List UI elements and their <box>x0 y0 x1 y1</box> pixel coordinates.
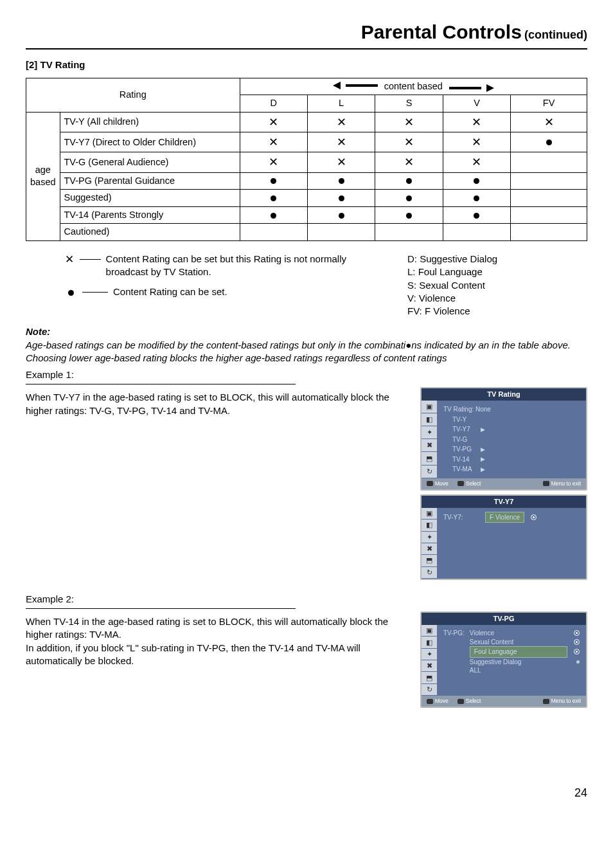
legend-connector-line <box>82 292 108 293</box>
rating-label: Cautioned) <box>60 224 240 241</box>
example1-label: Example 1: <box>26 368 587 381</box>
radio-icon <box>574 630 580 636</box>
x-mark-icon: ✕ <box>404 116 414 129</box>
rating-cell <box>511 190 587 207</box>
legend-definitions: D: Suggestive Dialog L: Foul Language S:… <box>407 253 587 318</box>
osd3-title: TV-PG <box>422 613 586 625</box>
rating-cell: ✕ <box>443 112 510 132</box>
x-mark-icon: ✕ <box>404 136 414 149</box>
osd-tab-icon: ↻ <box>422 567 437 579</box>
rating-table: Rating content based D L S V FV age base… <box>26 78 587 241</box>
page-title-main: Parental Controls <box>361 21 522 42</box>
rating-label: TV-Y7 (Direct to Older Children) <box>60 132 240 152</box>
rating-cell <box>511 132 587 152</box>
col-D: D <box>240 95 307 113</box>
rating-cell: ✕ <box>443 152 510 172</box>
col-S: S <box>375 95 443 113</box>
page-title: Parental Controls (continued) <box>26 19 587 46</box>
example2-text: When TV-14 in the age-based rating is se… <box>26 611 411 667</box>
osd-sub-item[interactable]: Sexual Content <box>470 638 580 647</box>
rating-label: TV-PG (Parental Guidance <box>60 172 240 190</box>
chevron-right-icon: ▶ <box>481 455 485 463</box>
osd-tab-icon: ▣ <box>422 625 437 637</box>
content-based-header: content based <box>240 78 587 95</box>
rating-cell: ✕ <box>307 152 375 172</box>
dot-icon <box>64 285 77 298</box>
radio-icon <box>574 639 580 645</box>
osd1-header-row: TV Rating: None <box>443 404 580 415</box>
osd-sub-item[interactable]: Foul Language <box>470 646 580 658</box>
example2-label: Example 2: <box>26 593 587 606</box>
rating-cell <box>511 152 587 172</box>
footer-menu: Menu to exit <box>543 480 581 487</box>
table-row: TV-G (General Audience)✕✕✕✕ <box>26 152 587 172</box>
note-line2: Choosing lower age-based rating blocks t… <box>26 352 587 365</box>
section-heading: [2] TV Rating <box>26 59 587 71</box>
footer-menu: Menu to exit <box>543 698 581 705</box>
chevron-right-icon: ▶ <box>481 426 485 433</box>
def-FV: FV: F Violence <box>407 305 587 318</box>
rating-cell <box>307 190 375 207</box>
rating-cell: ✕ <box>443 132 510 152</box>
osd2-title: TV-Y7 <box>422 496 586 508</box>
osd-icon-column: ▣ ◧ ✦ ✖ ⬒ ↻ <box>422 508 437 579</box>
rating-cell <box>240 206 307 224</box>
legend-dot-text: Content Rating can be set. <box>113 285 227 298</box>
x-mark-icon: ✕ <box>472 116 481 129</box>
osd-menu-item[interactable]: TV-Y <box>443 415 580 425</box>
page-title-bar: Parental Controls (continued) <box>26 19 587 50</box>
osd-tab-icon: ✖ <box>422 543 437 555</box>
table-row: age basedTV-Y (All children)✕✕✕✕✕ <box>26 112 587 132</box>
dot-icon <box>339 178 344 184</box>
dot-icon <box>474 213 479 219</box>
x-mark-icon: ✕ <box>544 116 554 129</box>
osd2-row: TV-Y7: F Violence <box>443 512 580 523</box>
rating-cell <box>443 190 510 207</box>
rating-cell: ✕ <box>511 112 587 132</box>
rating-header-cell: Rating <box>26 78 240 112</box>
rating-cell: ✕ <box>240 112 307 132</box>
osd-menu-item[interactable]: TV-MA▶ <box>443 464 580 475</box>
x-mark-icon: ✕ <box>404 156 414 168</box>
osd-menu-item[interactable]: TV-G <box>443 435 580 445</box>
osd1-title: TV Rating <box>422 388 586 401</box>
x-mark-icon: ✕ <box>472 136 481 149</box>
content-based-label: content based <box>384 81 443 91</box>
x-mark-icon: ✕ <box>269 116 278 129</box>
rating-cell <box>511 224 587 241</box>
def-L: L: Foul Language <box>407 266 587 278</box>
rating-cell: ✕ <box>240 152 307 172</box>
osd-tab-icon: ⬒ <box>422 452 437 465</box>
rating-cell: ✕ <box>240 132 307 152</box>
osd-menu-item[interactable]: TV-Y7▶ <box>443 424 580 435</box>
rating-cell <box>375 172 443 190</box>
osd-tab-icon: ✦ <box>422 426 437 439</box>
dot-icon <box>474 178 479 184</box>
rating-label: TV-Y (All children) <box>60 112 240 132</box>
osd-menu-item[interactable]: TV-14▶ <box>443 455 580 465</box>
osd-sub-item[interactable]: Suggestive Dialog <box>470 658 580 667</box>
osd-tab-icon: ▣ <box>422 401 437 413</box>
osd-icon-column: ▣ ◧ ✦ ✖ ⬒ ↻ <box>422 625 437 696</box>
rating-cell <box>307 172 375 190</box>
table-row: Cautioned) <box>26 224 587 241</box>
bullet-icon <box>576 660 580 664</box>
example2-text2: In addition, if you block "L" sub-rating… <box>26 642 360 666</box>
osd-menu-item[interactable]: TV-PG▶ <box>443 444 580 455</box>
osd-tab-icon: ✖ <box>422 439 437 452</box>
note-heading: Note: <box>26 325 587 338</box>
table-row: Suggested) <box>26 190 587 207</box>
def-D: D: Suggestive Dialog <box>407 253 587 266</box>
osd-sub-item[interactable]: ALL <box>470 666 580 675</box>
radio-icon <box>531 514 537 520</box>
arrow-left-icon <box>333 82 378 89</box>
dot-icon <box>339 195 344 201</box>
footer-select: Select <box>458 480 481 487</box>
osd2-row-value: F Violence <box>485 512 524 523</box>
rating-cell <box>443 224 510 241</box>
osd-tab-icon: ✦ <box>422 532 437 543</box>
osd-sub-item[interactable]: Violence <box>470 629 580 638</box>
osd-tab-icon: ◧ <box>422 520 437 531</box>
osd3-row-label: TV-PG: <box>443 629 465 675</box>
footer-select: Select <box>458 698 481 705</box>
